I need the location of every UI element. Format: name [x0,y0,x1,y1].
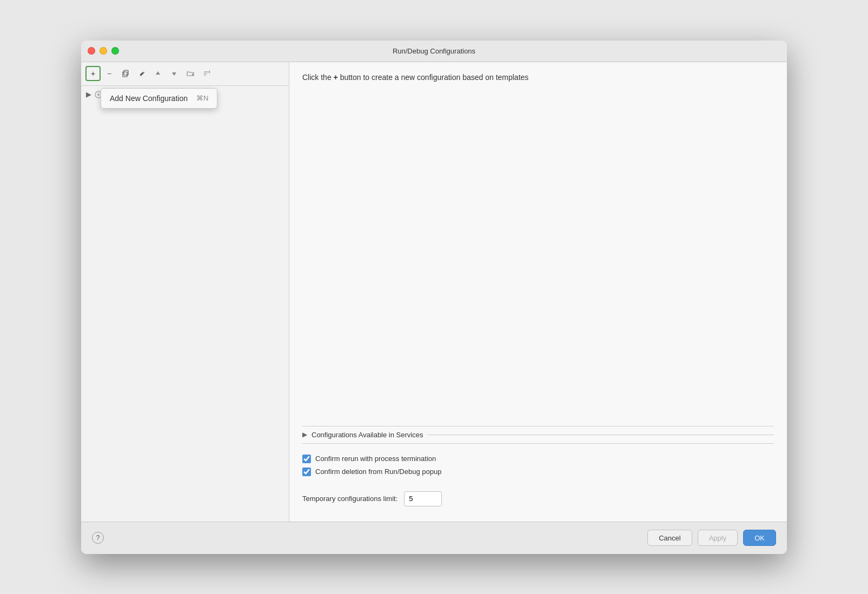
confirm-deletion-label: Confirm deletion from Run/Debug popup [315,468,441,476]
wrench-icon [138,70,145,77]
toolbar: + − [81,62,289,86]
close-button[interactable] [88,47,95,55]
tree-arrow-icon: ▶ [85,91,92,98]
sort-icon [203,70,210,77]
down-arrow-icon [171,70,177,77]
confirm-rerun-label: Confirm rerun with process termination [315,455,436,463]
temp-config-input[interactable] [404,491,442,506]
up-arrow-icon [155,70,161,77]
tooltip-label: Add New Configuration [110,94,188,103]
confirm-deletion-checkbox[interactable] [302,468,311,476]
collapsible-label: Configurations Available in Services [312,431,423,439]
cancel-button[interactable]: Cancel [647,530,692,546]
copy-icon [122,70,129,77]
temp-config-row: Temporary configurations limit: [302,487,774,511]
move-up-button[interactable] [150,66,165,81]
footer-buttons: Cancel Apply OK [647,530,776,546]
edit-defaults-button[interactable] [134,66,149,81]
help-button[interactable]: ? [92,532,104,544]
traffic-lights [88,47,119,55]
configurations-available-section[interactable]: ▶ Configurations Available in Services [302,426,774,444]
add-configuration-tooltip: Add New Configuration ⌘N [101,88,217,109]
main-window: Run/Debug Configurations + − [81,41,787,554]
bottom-section: ▶ Configurations Available in Services C… [302,426,774,511]
main-panel: Click the + button to create a new confi… [289,62,787,522]
footer-left: ? [92,532,104,544]
checkbox-row-1: Confirm rerun with process termination [302,455,774,463]
collapsible-divider [427,435,774,435]
minimize-button[interactable] [100,47,107,55]
tooltip-shortcut: ⌘N [196,94,208,102]
maximize-button[interactable] [111,47,119,55]
copy-configuration-button[interactable] [118,66,133,81]
confirm-rerun-checkbox[interactable] [302,455,311,463]
footer: ? Cancel Apply OK [81,522,787,554]
content-area: + − [81,62,787,522]
tooltip-content: Add New Configuration ⌘N [110,94,208,103]
ok-button[interactable]: OK [743,530,776,546]
sidebar: + − [81,62,289,522]
collapsible-arrow-icon: ▶ [302,431,307,438]
hint-text: Click the + button to create a new confi… [302,73,774,82]
titlebar: Run/Debug Configurations [81,41,787,62]
configuration-tree: ▶ Templates Add New Configuration ⌘N [81,86,289,522]
svg-rect-1 [124,70,128,75]
move-to-group-button[interactable] [183,66,198,81]
folder-move-icon [187,70,194,77]
checkboxes-section: Confirm rerun with process termination C… [302,450,774,480]
move-down-button[interactable] [167,66,182,81]
remove-configuration-button[interactable]: − [102,66,117,81]
window-title: Run/Debug Configurations [393,47,475,55]
temp-config-label: Temporary configurations limit: [302,495,397,503]
svg-rect-0 [123,72,127,77]
plus-symbol: + [334,73,338,82]
add-configuration-button[interactable]: + [85,66,101,81]
sort-button[interactable] [199,66,214,81]
checkbox-row-2: Confirm deletion from Run/Debug popup [302,468,774,476]
apply-button[interactable]: Apply [698,530,738,546]
